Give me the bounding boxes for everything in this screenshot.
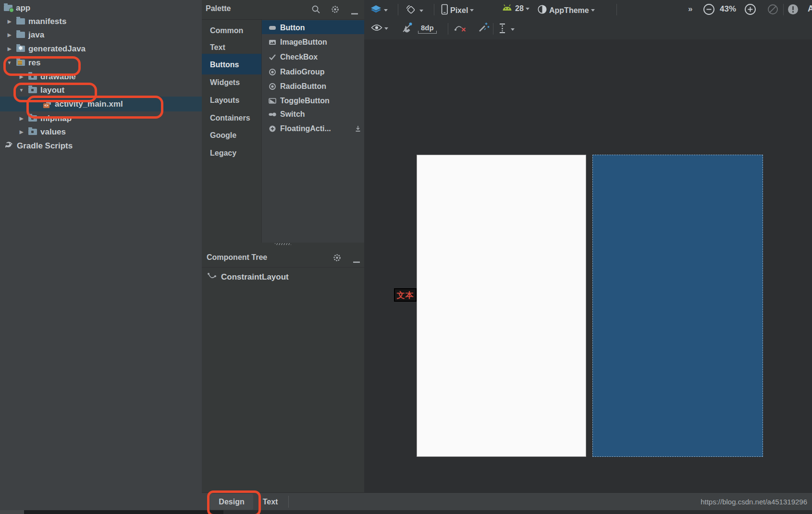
design-view-preview[interactable] (417, 155, 586, 457)
tree-item-java[interactable]: ▶ java (0, 28, 202, 41)
hide-panel-icon[interactable] (351, 8, 358, 17)
palette-category-layouts[interactable]: Layouts (202, 94, 261, 107)
theme-selector[interactable]: AppTheme (537, 4, 595, 16)
tab-text[interactable]: Text (257, 494, 283, 510)
chevron-right-icon[interactable]: ▶ (18, 74, 25, 79)
tree-item-drawable[interactable]: ▶ drawable (0, 70, 202, 83)
layers-button[interactable] (370, 5, 388, 16)
gear-icon[interactable] (332, 253, 342, 264)
app-module-icon (4, 5, 12, 11)
tree-item-values[interactable]: ▶ values (0, 125, 202, 138)
clear-constraints-button[interactable] (454, 23, 467, 35)
palette-category-legacy[interactable]: Legacy (202, 147, 261, 159)
tree-item-gradle-scripts[interactable]: Gradle Scripts (0, 139, 202, 152)
api-level-selector[interactable]: 28 (501, 4, 529, 13)
android-studio-layout-editor: app ▶ manifests ▶ java ▶ generatedJava ▼… (0, 0, 812, 514)
chevron-right-icon[interactable]: ▶ (18, 129, 25, 135)
search-icon[interactable] (311, 5, 320, 16)
tab-design-label: Design (219, 498, 244, 506)
palette-item-button[interactable]: Button (262, 22, 364, 34)
bottom-edge-segment (24, 510, 223, 514)
divider (434, 4, 434, 15)
folder-icon (28, 129, 37, 135)
layers-icon (370, 5, 382, 16)
chevron-down-icon[interactable]: ▼ (6, 60, 13, 65)
tree-item-label: drawable (40, 73, 76, 81)
download-icon[interactable] (355, 125, 361, 134)
palette-item-floatingactionbutton[interactable]: FloatingActi... (262, 122, 364, 135)
zoom-out-button[interactable] (702, 3, 715, 18)
zoom-in-button[interactable] (744, 3, 757, 18)
button-widget-icon (269, 24, 276, 32)
palette-title: Palette (206, 4, 231, 13)
project-tool-window: app ▶ manifests ▶ java ▶ generatedJava ▼… (0, 0, 202, 510)
chevron-right-icon[interactable]: ▶ (18, 116, 25, 121)
palette-item-switch[interactable]: Switch (262, 108, 364, 121)
palette-category-widgets[interactable]: Widgets (202, 76, 261, 89)
chevron-right-icon[interactable]: ▶ (6, 32, 13, 37)
chevrons-label: » (688, 4, 692, 14)
toolbar-overflow-button[interactable]: » (688, 4, 692, 14)
device-selector[interactable]: Pixel (441, 4, 474, 17)
orientation-button[interactable] (405, 4, 423, 18)
zoom-to-fit-button[interactable] (767, 3, 779, 17)
category-label: Text (210, 43, 225, 52)
palette-item-imagebutton[interactable]: ImageButton (262, 36, 364, 49)
device-label: Pixel (450, 6, 468, 15)
chevron-right-icon[interactable]: ▶ (6, 46, 13, 51)
tree-item-layout[interactable]: ▼ layout (0, 84, 202, 97)
autoconnect-toggle-button[interactable] (401, 21, 414, 36)
tree-item-app[interactable]: app (0, 1, 202, 14)
zoom-to-fit-icon (767, 3, 779, 17)
component-tree-title: Component Tree (207, 253, 267, 262)
tree-item-res[interactable]: ▼ res (0, 56, 202, 69)
palette-item-radiogroup[interactable]: RadioGroup (262, 66, 364, 78)
chevron-right-icon[interactable]: ▶ (6, 19, 13, 24)
hide-panel-icon[interactable] (353, 257, 360, 265)
eye-icon (371, 24, 382, 33)
infer-constraints-button[interactable] (478, 22, 490, 35)
editor-mode-tabbar: Design Text https://blog.csdn.net/a45131… (202, 492, 812, 511)
gear-icon[interactable] (331, 5, 340, 16)
divider (783, 4, 784, 15)
tree-item-generatedjava[interactable]: ▶ generatedJava (0, 42, 202, 55)
window-bottom-edge (0, 510, 812, 514)
palette-category-google[interactable]: Google (202, 129, 261, 142)
checkbox-widget-icon (269, 53, 276, 61)
resource-folder-icon (16, 60, 25, 66)
watermark-text: https://blog.csdn.net/a451319296 (701, 498, 807, 506)
tree-item-mipmap[interactable]: ▶ mipmap (0, 112, 202, 125)
view-options-button[interactable] (371, 24, 388, 33)
category-label: Layouts (210, 96, 239, 105)
palette-item-togglebutton[interactable]: ToggleButton (262, 95, 364, 107)
chevron-down-icon (511, 28, 515, 31)
palette-item-radiobutton[interactable]: RadioButton (262, 80, 364, 93)
tree-item-activity-main-xml[interactable]: activity_main.xml (0, 98, 202, 110)
blueprint-view-preview[interactable] (592, 155, 763, 457)
guidelines-button[interactable] (499, 23, 515, 36)
palette-item-checkbox[interactable]: CheckBox (262, 51, 364, 63)
palette-tool-window: Palette Common Text Buttons Widgets Layo… (202, 0, 365, 492)
palette-category-common[interactable]: Common (202, 24, 261, 37)
palette-category-buttons[interactable]: Buttons (202, 58, 261, 71)
folder-icon (28, 87, 37, 93)
chevron-down-icon[interactable]: ▼ (18, 87, 25, 93)
layout-xml-file-icon (43, 100, 51, 108)
component-tree-item-constraintlayout[interactable]: ConstraintLayout (202, 270, 364, 283)
issues-button[interactable] (787, 3, 799, 17)
folder-icon (28, 73, 37, 80)
tree-item-manifests[interactable]: ▶ manifests (0, 15, 202, 28)
splitter-handle[interactable] (202, 242, 364, 246)
clear-constraints-icon (454, 23, 467, 35)
palette-category-containers[interactable]: Containers (202, 111, 261, 124)
zoom-level-label: 43% (720, 4, 736, 14)
palette-category-text[interactable]: Text (202, 41, 261, 54)
selected-component-tag[interactable]: 文本 (394, 288, 417, 302)
tab-design[interactable]: Design (210, 494, 253, 510)
radiobutton-widget-icon (269, 83, 276, 90)
component-label: ConstraintLayout (221, 272, 289, 282)
divider (448, 23, 448, 35)
design-surface[interactable]: 文本 (364, 39, 812, 492)
theme-icon (537, 4, 547, 16)
default-margin-selector[interactable]: 8dp (418, 24, 437, 34)
